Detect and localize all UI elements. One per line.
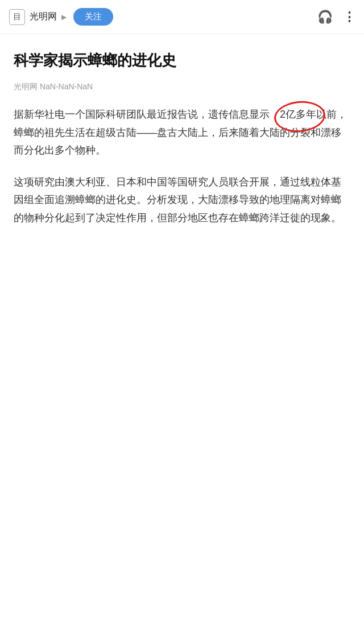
top-bar-right: 🎧 ⋮ bbox=[317, 10, 355, 24]
article-title: 科学家揭示蟑螂的进化史 bbox=[14, 50, 350, 71]
article-meta: 光明网 NaN-NaN-NaN bbox=[14, 82, 350, 92]
paragraph-2: 这项研究由澳大利亚、日本和中国等国研究人员联合开展，通过线粒体基因组全面追溯蟑螂… bbox=[14, 173, 350, 227]
arrow-icon: ▶ bbox=[61, 13, 67, 21]
more-menu-icon[interactable]: ⋮ bbox=[343, 10, 355, 24]
article-container: 科学家揭示蟑螂的进化史 光明网 NaN-NaN-NaN 据新华社电一个国际科研团… bbox=[0, 34, 364, 263]
paragraph-1: 据新华社电一个国际科研团队最近报告说，遗传信息显示，2亿多年以前，蟑螂的祖先生活… bbox=[14, 106, 350, 160]
source-icon: 目 bbox=[9, 9, 25, 25]
follow-button[interactable]: 关注 bbox=[73, 8, 113, 26]
article-body: 据新华社电一个国际科研团队最近报告说，遗传信息显示，2亿多年以前，蟑螂的祖先生活… bbox=[14, 106, 350, 227]
highlighted-text: 2亿多年 bbox=[280, 106, 316, 124]
source-name: 光明网 bbox=[30, 11, 57, 23]
headphone-icon[interactable]: 🎧 bbox=[317, 10, 333, 24]
top-bar: 目 光明网 ▶ 关注 🎧 ⋮ bbox=[0, 0, 364, 34]
